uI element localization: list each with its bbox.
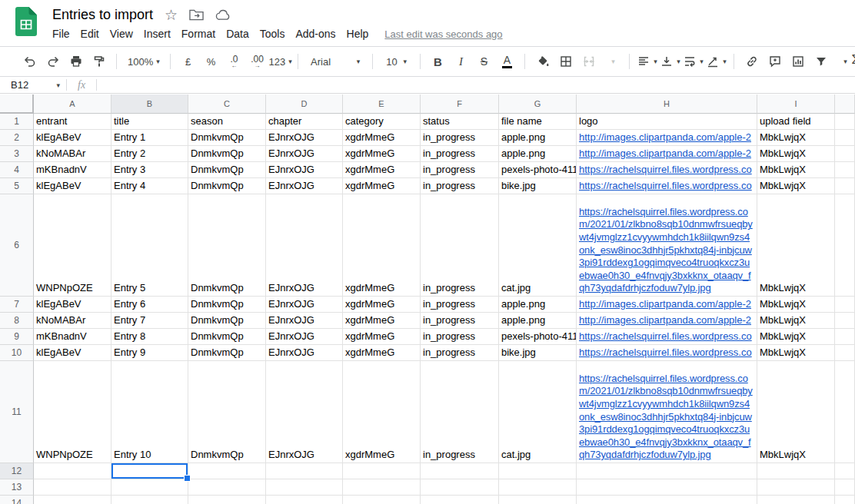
cell-J9[interactable] <box>835 329 855 345</box>
cell-A11[interactable]: WNPNpOZE <box>34 361 111 463</box>
row-header-6[interactable]: 6 <box>0 194 34 297</box>
row-header-5[interactable]: 5 <box>0 178 34 194</box>
cell-G9[interactable]: pexels-photo-411 <box>499 329 577 345</box>
cell-C4[interactable]: DnmkvmQp <box>188 162 266 178</box>
cell-I9[interactable]: MbkLwjqX <box>757 329 835 345</box>
cell-G12[interactable] <box>499 463 577 479</box>
cell-C6[interactable]: DnmkvmQp <box>188 194 266 297</box>
cell-B8[interactable]: Entry 7 <box>111 313 188 329</box>
cell-A3[interactable]: kNoMABAr <box>34 146 111 162</box>
text-color-button[interactable]: A <box>496 51 518 72</box>
increase-decimal-button[interactable]: .00→ <box>246 51 268 72</box>
cell-E8[interactable]: xgdrMmeG <box>343 313 421 329</box>
cell-F12[interactable] <box>421 463 499 479</box>
cell-I11[interactable]: MbkLwjqX <box>757 361 835 463</box>
cell-H7[interactable]: http://images.clipartpanda.com/apple-2 <box>577 297 757 313</box>
cell-G10[interactable]: bike.jpg <box>499 345 577 361</box>
cell-D5[interactable]: EJnrxOJG <box>266 178 343 194</box>
cell-B7[interactable]: Entry 6 <box>111 297 188 313</box>
cell-F8[interactable]: in_progress <box>421 313 499 329</box>
cell-B2[interactable]: Entry 1 <box>111 130 188 146</box>
cell-C13[interactable] <box>188 479 266 496</box>
cell-link[interactable]: http://images.clipartpanda.com/apple-2 <box>579 131 751 144</box>
redo-button[interactable] <box>42 51 64 72</box>
row-header-2[interactable]: 2 <box>0 130 34 146</box>
cell-C12[interactable] <box>188 463 266 479</box>
horizontal-align-button[interactable]: ▾ <box>636 51 658 72</box>
menu-data[interactable]: Data <box>221 26 255 41</box>
col-header-A[interactable]: A <box>34 94 111 114</box>
merge-cells-button[interactable] <box>577 51 600 72</box>
star-icon[interactable]: ☆ <box>165 8 178 22</box>
cell-B4[interactable]: Entry 3 <box>111 162 188 178</box>
cell-link[interactable]: http://images.clipartpanda.com/apple-2 <box>579 297 751 311</box>
cell-A7[interactable]: klEgABeV <box>34 297 111 313</box>
cell-B13[interactable] <box>111 479 188 496</box>
cell-I5[interactable]: MbkLwjqX <box>757 178 835 194</box>
cell-D3[interactable]: EJnrxOJG <box>266 146 343 162</box>
cell-J14[interactable] <box>835 496 855 504</box>
row-header-4[interactable]: 4 <box>0 162 34 178</box>
italic-button[interactable]: I <box>450 51 472 72</box>
cell-B12[interactable] <box>111 463 188 479</box>
col-header-E[interactable]: E <box>343 94 421 114</box>
cell-J5[interactable] <box>835 178 855 194</box>
col-header-B[interactable]: B <box>111 94 188 114</box>
cell-F5[interactable]: in_progress <box>421 178 499 194</box>
cell-H9[interactable]: https://rachelsquirrel.files.wordpress.c… <box>577 329 757 345</box>
cell-A10[interactable]: klEgABeV <box>34 345 111 361</box>
cell-B5[interactable]: Entry 4 <box>111 178 188 194</box>
cell-F4[interactable]: in_progress <box>421 162 499 178</box>
cell-H10[interactable]: https://rachelsquirrel.files.wordpress.c… <box>577 345 757 361</box>
row-header-11[interactable]: 11 <box>0 361 34 463</box>
menu-tools[interactable]: Tools <box>255 26 291 41</box>
cell-F11[interactable]: in_progress <box>421 361 499 463</box>
cell-I2[interactable]: MbkLwjqX <box>757 130 835 146</box>
cell-D12[interactable] <box>266 463 343 479</box>
strikethrough-button[interactable]: S <box>473 51 495 72</box>
cell-I14[interactable] <box>757 496 835 504</box>
last-edit-link[interactable]: Last edit was seconds ago <box>384 28 502 40</box>
menu-file[interactable]: File <box>47 26 75 41</box>
merge-options-button[interactable]: ▾ <box>600 51 623 72</box>
number-format-button[interactable]: 123▾ <box>269 51 291 72</box>
cell-link[interactable]: https://rachelsquirrel.files.wordpress.c… <box>579 179 752 193</box>
cloud-saved-icon[interactable] <box>215 8 231 21</box>
cell-A6[interactable]: WNPNpOZE <box>34 194 111 297</box>
cell-E7[interactable]: xgdrMmeG <box>343 297 421 313</box>
cell-H5[interactable]: https://rachelsquirrel.files.wordpress.c… <box>577 178 757 194</box>
cell-E9[interactable]: xgdrMmeG <box>343 329 421 345</box>
move-folder-icon[interactable] <box>189 8 204 21</box>
row-header-14[interactable]: 14 <box>0 496 34 504</box>
cell-I6[interactable]: MbkLwjqX <box>757 194 835 297</box>
cell-F9[interactable]: in_progress <box>421 329 499 345</box>
cell-E5[interactable]: xgdrMmeG <box>343 178 421 194</box>
cell-H6[interactable]: https://rachelsquirrel.files.wordpress.c… <box>577 194 757 297</box>
cell-C10[interactable]: DnmkvmQp <box>188 345 266 361</box>
cell-G8[interactable]: apple.png <box>499 313 577 329</box>
cell-G7[interactable]: apple.png <box>499 297 577 313</box>
col-header-G[interactable]: G <box>499 94 577 114</box>
cell-D13[interactable] <box>266 479 343 496</box>
cell-D14[interactable] <box>266 496 343 504</box>
cell-A12[interactable] <box>34 463 111 479</box>
cell-G14[interactable] <box>499 496 577 504</box>
cell-link[interactable]: http://images.clipartpanda.com/apple-2 <box>579 147 751 161</box>
vertical-align-button[interactable]: ▾ <box>659 51 681 72</box>
cell-E12[interactable] <box>343 463 421 479</box>
row-header-13[interactable]: 13 <box>0 479 34 496</box>
insert-link-button[interactable] <box>740 51 763 72</box>
cell-G3[interactable]: apple.png <box>499 146 577 162</box>
cell-A4[interactable]: mKBnadnV <box>34 162 111 178</box>
menu-addons[interactable]: Add-ons <box>290 26 341 41</box>
cell-J11[interactable] <box>835 361 855 463</box>
cell-H11[interactable]: https://rachelsquirrel.files.wordpress.c… <box>577 361 757 463</box>
cell-B14[interactable] <box>111 496 188 504</box>
insert-chart-button[interactable] <box>787 51 809 72</box>
cell-A5[interactable]: klEgABeV <box>34 178 111 194</box>
cell-I12[interactable] <box>757 463 835 479</box>
currency-format-button[interactable]: £ <box>177 51 199 72</box>
col-header-D[interactable]: D <box>266 94 343 114</box>
cell-link[interactable]: https://rachelsquirrel.files.wordpress.c… <box>579 163 752 177</box>
cell-E14[interactable] <box>343 496 421 504</box>
